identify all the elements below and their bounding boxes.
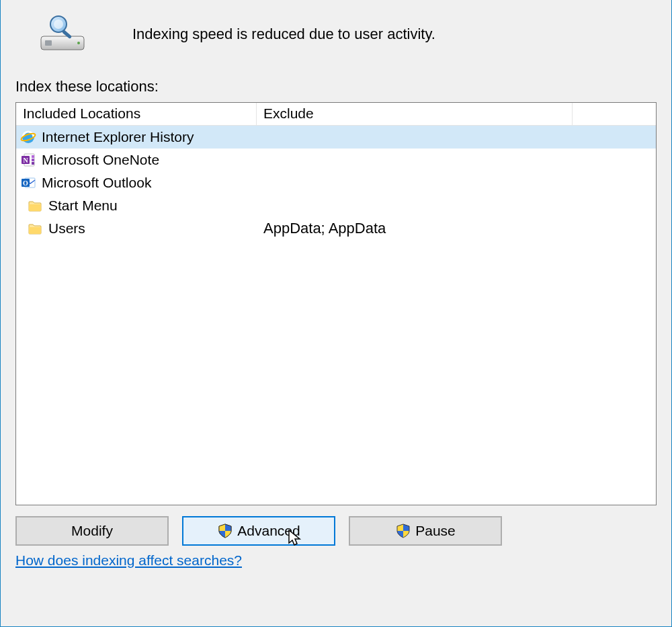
button-row: Modify Advanced (15, 516, 657, 546)
column-header-included[interactable]: Included Locations (16, 103, 257, 126)
advanced-button[interactable]: Advanced (182, 516, 335, 546)
pause-button-label: Pause (415, 523, 456, 539)
column-header-spacer (573, 103, 656, 126)
list-item[interactable]: N Microsoft OneNote (16, 149, 656, 171)
list-item[interactable]: Start Menu (16, 194, 656, 217)
list-item-label: Microsoft OneNote (42, 152, 159, 168)
cell-included: O Microsoft Outlook (16, 175, 257, 191)
onenote-icon: N (20, 152, 36, 168)
cell-included: Start Menu (16, 198, 257, 214)
shield-icon (395, 523, 411, 539)
pause-button[interactable]: Pause (349, 516, 502, 546)
index-locations-label: Index these locations: (15, 78, 657, 95)
indexing-options-panel: Indexing speed is reduced due to user ac… (0, 0, 672, 627)
outlook-icon: O (20, 175, 36, 191)
svg-rect-11 (32, 162, 34, 165)
svg-point-4 (54, 19, 63, 29)
list-item[interactable]: O Microsoft Outlook (16, 171, 656, 194)
cell-exclude: AppData; AppData (257, 220, 573, 237)
search-drive-icon (38, 15, 87, 52)
locations-list[interactable]: Included Locations Exclude Internet Expl… (15, 102, 657, 505)
svg-text:N: N (23, 157, 28, 164)
folder-icon (27, 198, 43, 214)
cell-included: Internet Explorer History (16, 129, 257, 145)
svg-rect-10 (32, 159, 34, 161)
list-item-label: Microsoft Outlook (42, 175, 151, 191)
folder-icon (27, 220, 43, 237)
list-item-label: Internet Explorer History (42, 129, 194, 145)
help-link[interactable]: How does indexing affect searches? (15, 552, 242, 569)
list-item[interactable]: UsersAppData; AppData (16, 217, 656, 240)
column-header-exclude[interactable]: Exclude (257, 103, 573, 126)
svg-point-1 (77, 42, 80, 44)
cell-included: Users (16, 220, 257, 237)
status-text: Indexing speed is reduced due to user ac… (132, 26, 435, 43)
svg-rect-2 (45, 40, 52, 46)
list-headers: Included Locations Exclude (16, 103, 656, 126)
modify-button[interactable]: Modify (15, 516, 169, 546)
svg-text:O: O (23, 179, 28, 187)
cell-included: N Microsoft OneNote (16, 152, 257, 168)
ie-icon (20, 129, 36, 145)
shield-icon (217, 523, 233, 539)
svg-rect-9 (32, 155, 34, 158)
list-item-label: Users (48, 220, 85, 237)
list-item-label: Start Menu (48, 198, 118, 214)
advanced-button-label: Advanced (237, 523, 300, 539)
list-item[interactable]: Internet Explorer History (16, 126, 656, 149)
modify-button-label: Modify (71, 523, 113, 539)
status-area: Indexing speed is reduced due to user ac… (1, 0, 671, 59)
